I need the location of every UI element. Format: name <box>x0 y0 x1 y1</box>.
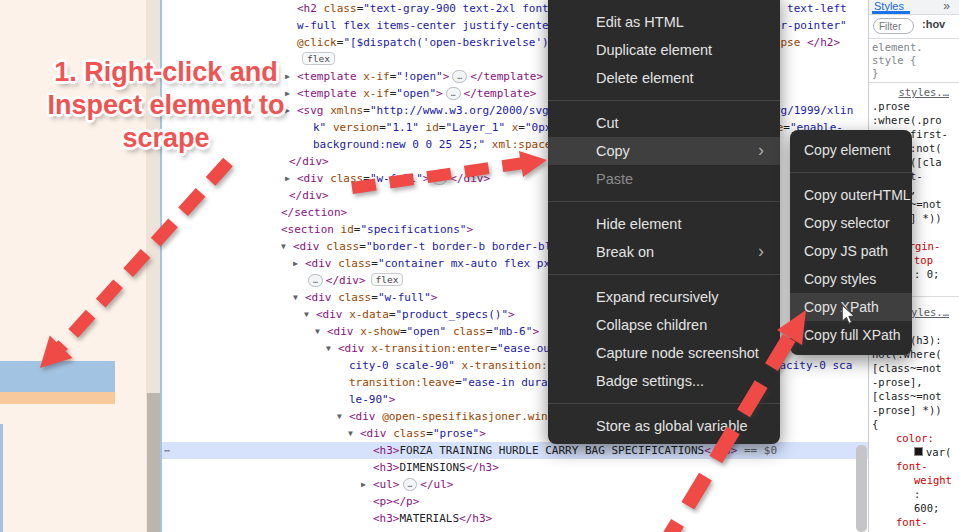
stylesheet-link[interactable]: styles.… <box>898 86 949 99</box>
code-token: > <box>423 172 430 185</box>
submenu-item-copy-selector[interactable]: Copy selector <box>790 209 912 237</box>
code-token: "w-full" <box>378 291 431 304</box>
node-more-actions-icon[interactable]: ⋯ <box>164 442 169 459</box>
toggle-hover-state-button[interactable]: :hov <box>922 18 945 30</box>
css-selector-line[interactable]: [class~=not <box>872 362 942 375</box>
menu-item-duplicate-element[interactable]: Duplicate element <box>548 36 780 64</box>
css-property-line[interactable]: weight <box>914 474 952 487</box>
css-selector-line[interactable]: [class~=not <box>872 390 942 403</box>
collapse-arrow-icon[interactable]: ▼ <box>315 323 320 340</box>
code-token: class <box>326 240 359 253</box>
code-token: "open" <box>396 87 436 100</box>
selected-dom-node[interactable]: ⋯<h3>FORZA TRAINING HURDLE CARRY BAG SPE… <box>162 442 868 459</box>
code-token: MATERIALS <box>400 512 460 525</box>
submenu-item-copy-js-path[interactable]: Copy JS path <box>790 237 912 265</box>
inspect-highlight-content <box>0 361 115 392</box>
menu-item-hide-element[interactable]: Hide element <box>548 210 780 238</box>
code-token: > <box>532 325 539 338</box>
menu-item-expand-recursively[interactable]: Expand recursively <box>548 283 780 311</box>
code-token: transition:leave <box>349 376 455 389</box>
collapse-arrow-icon[interactable]: ▼ <box>304 306 309 323</box>
code-token: <div <box>338 342 371 355</box>
submenu-item-copy-styles[interactable]: Copy styles <box>790 265 912 293</box>
code-token: version <box>333 121 379 134</box>
expand-inline-icon[interactable]: … <box>432 172 447 185</box>
menu-item-break-on[interactable]: Break on› <box>548 238 780 266</box>
code-token: <section <box>281 223 341 236</box>
menu-item-cut[interactable]: Cut <box>548 109 780 137</box>
css-selector-line[interactable]: -prose] *)) <box>872 404 942 417</box>
code-token: == $0 <box>737 444 777 457</box>
expand-arrow-icon[interactable]: ▶ <box>293 255 298 272</box>
code-token: = <box>371 291 378 304</box>
color-swatch[interactable] <box>914 447 923 456</box>
css-property-line[interactable]: top <box>914 254 933 267</box>
css-selector-line[interactable]: -prose], <box>872 376 923 389</box>
dom-node-line[interactable]: <h3>MATERIALS</h3> <box>162 510 868 527</box>
annotation-line: scrape <box>8 122 324 155</box>
menu-item-store-as-global-variable[interactable]: Store as global variable <box>548 412 780 440</box>
copy-submenu: Copy elementCopy outerHTMLCopy selectorC… <box>790 130 912 355</box>
page-scrollbar-thumb[interactable] <box>147 393 160 532</box>
expand-arrow-icon[interactable]: ▶ <box>361 476 366 493</box>
code-token: "Layer_1" <box>445 121 505 134</box>
dom-node-line[interactable]: <h3>DIMENSIONS</h3> <box>162 459 868 476</box>
more-tabs-icon[interactable]: » <box>943 0 950 13</box>
submenu-item-copy-full-xpath[interactable]: Copy full XPath <box>790 321 912 349</box>
code-token: class <box>338 291 371 304</box>
css-property-line[interactable]: : <box>914 488 920 501</box>
submenu-item-copy-element[interactable]: Copy element <box>790 136 912 164</box>
dom-node-line[interactable]: ▶<ul>…</ul> <box>162 476 868 493</box>
styles-filter-input[interactable] <box>873 18 914 34</box>
menu-item-delete-element[interactable]: Delete element <box>548 64 780 92</box>
code-token: @click <box>297 36 337 49</box>
submenu-item-copy-xpath[interactable]: Copy XPath <box>790 293 912 321</box>
css-property-line[interactable]: var( <box>914 446 951 459</box>
expand-inline-icon[interactable]: … <box>308 274 323 287</box>
code-token: city-0 scale-90" <box>349 359 462 372</box>
css-property-line[interactable]: font- <box>896 460 928 473</box>
menu-item-collapse-children[interactable]: Collapse children <box>548 311 780 339</box>
code-token: "prose" <box>433 427 479 440</box>
code-token: class <box>393 427 426 440</box>
code-token: = <box>486 325 493 338</box>
code-token: </template> <box>470 70 543 83</box>
code-token: "http://www.w3.org/2000/svg" <box>370 104 555 117</box>
code-token: "open" <box>407 325 447 338</box>
menu-item-copy[interactable]: Copy› <box>548 137 780 165</box>
menu-item-capture-node-screenshot[interactable]: Capture node screenshot <box>548 339 780 367</box>
code-token: class <box>453 325 486 338</box>
css-property-line[interactable]: color: <box>896 432 934 445</box>
collapse-arrow-icon[interactable]: ▼ <box>293 289 298 306</box>
css-property-line[interactable]: : 0; <box>914 268 939 281</box>
element-style-line[interactable]: element. <box>872 41 923 54</box>
expand-inline-icon[interactable]: … <box>403 478 418 491</box>
collapse-arrow-icon[interactable]: ▼ <box>337 408 342 425</box>
submenu-item-copy-outerhtml[interactable]: Copy outerHTML <box>790 181 912 209</box>
expand-arrow-icon[interactable]: ▶ <box>285 170 290 187</box>
css-selector-line[interactable]: :where(.pro <box>872 114 942 127</box>
menu-item-edit-as-html[interactable]: Edit as HTML <box>548 8 780 36</box>
collapse-arrow-icon[interactable]: ▼ <box>326 340 331 357</box>
screenshot-root: <h2 class="text-gray-900 text-2xl font-b… <box>0 0 959 532</box>
collapse-arrow-icon[interactable]: ▼ <box>281 238 286 255</box>
css-property-line[interactable]: 600; <box>914 502 939 515</box>
styles-section-divider <box>869 82 959 83</box>
code-token: xml:space <box>492 138 552 151</box>
css-property-line[interactable]: font- <box>896 516 928 529</box>
elements-scrollbar-thumb[interactable] <box>856 445 867 532</box>
css-selector-line[interactable]: .prose <box>872 100 910 113</box>
code-token: <h3> <box>373 444 400 457</box>
code-token: x-transition:enter <box>371 342 490 355</box>
collapse-arrow-icon[interactable]: ▼ <box>348 425 353 442</box>
css-selector-line[interactable]: { <box>872 418 878 431</box>
element-style-line[interactable]: style { <box>872 54 916 67</box>
expand-inline-icon[interactable]: … <box>452 70 467 83</box>
menu-divider <box>548 403 780 404</box>
element-style-line[interactable]: } <box>872 67 878 80</box>
code-token: </section> <box>281 206 347 219</box>
dom-node-line[interactable]: <p></p> <box>162 493 868 510</box>
menu-item-badge-settings[interactable]: Badge settings... <box>548 367 780 395</box>
expand-inline-icon[interactable]: … <box>446 87 461 100</box>
flex-badge[interactable]: flex <box>371 273 404 286</box>
